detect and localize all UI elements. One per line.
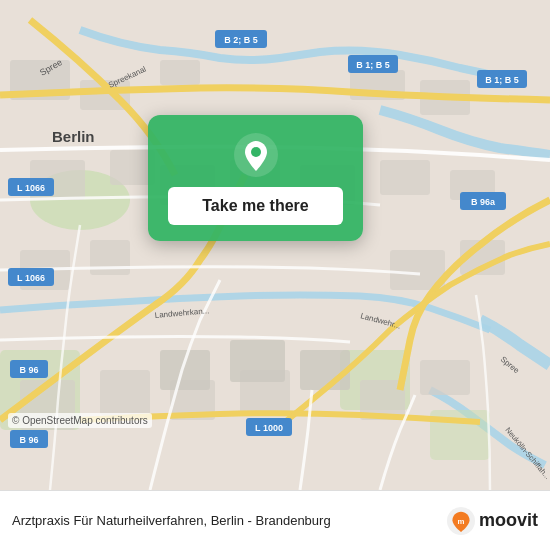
moovit-icon: m <box>447 507 475 535</box>
moovit-text: moovit <box>479 510 538 531</box>
moovit-logo: m moovit <box>447 507 538 535</box>
svg-text:L 1000: L 1000 <box>255 423 283 433</box>
take-me-there-button[interactable]: Take me there <box>168 187 343 225</box>
svg-text:L 1066: L 1066 <box>17 183 45 193</box>
svg-rect-28 <box>230 340 285 382</box>
popup-card: Take me there <box>148 115 363 241</box>
footer: Arztpraxis Für Naturheilverfahren, Berli… <box>0 490 550 550</box>
svg-text:B 96: B 96 <box>19 435 38 445</box>
svg-rect-15 <box>90 240 130 275</box>
osm-credit: © OpenStreetMap contributors <box>8 413 152 428</box>
svg-text:L 1066: L 1066 <box>17 273 45 283</box>
svg-text:B 96: B 96 <box>19 365 38 375</box>
svg-rect-29 <box>300 350 350 390</box>
svg-rect-12 <box>380 160 430 195</box>
svg-rect-19 <box>100 370 150 415</box>
map-container[interactable]: B 2; B 5 B 1; B 5 B 1; B 5 B 96a L 1066 … <box>0 0 550 490</box>
svg-point-56 <box>251 147 261 157</box>
svg-rect-7 <box>160 60 200 85</box>
svg-text:B 96a: B 96a <box>471 197 496 207</box>
svg-text:Berlin: Berlin <box>52 128 95 145</box>
place-name: Arztpraxis Für Naturheilverfahren, Berli… <box>12 513 447 528</box>
svg-text:B 1; B 5: B 1; B 5 <box>485 75 519 85</box>
svg-text:B 2; B 5: B 2; B 5 <box>224 35 258 45</box>
svg-text:B 1; B 5: B 1; B 5 <box>356 60 390 70</box>
svg-rect-23 <box>420 360 470 395</box>
svg-rect-27 <box>160 350 210 390</box>
svg-text:m: m <box>458 517 465 526</box>
location-pin-icon <box>234 133 278 177</box>
